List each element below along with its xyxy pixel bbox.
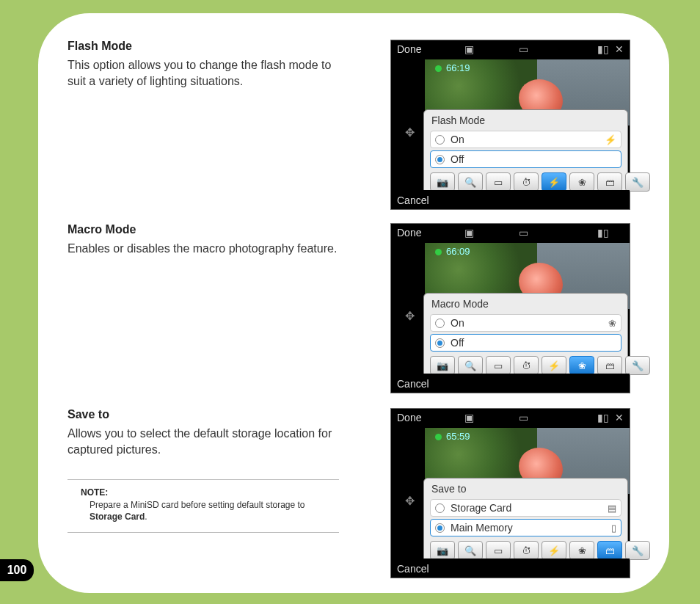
settings-icon[interactable]: 🔧 — [625, 541, 650, 560]
mode-icon: ▭ — [519, 43, 528, 55]
done-softkey[interactable]: Done — [397, 227, 421, 239]
zoom-icon[interactable]: 🔍 — [458, 172, 483, 192]
note-text-suffix: . — [145, 512, 147, 522]
timer-icon[interactable]: ⏱ — [514, 356, 539, 375]
option-label: Main Memory — [451, 522, 513, 534]
mode-icon: ▭ — [519, 227, 528, 239]
radio-icon — [435, 338, 445, 348]
screenshot-flash-mode: Done ▣ ▭ ▮▯ ✕ 66:19 ✥ Flash Mode On⚡Off … — [390, 40, 629, 210]
section-body: This option allows you to change the fla… — [68, 57, 339, 89]
option-label: Off — [451, 337, 464, 349]
note-body: Prepare a MiniSD card before setting def… — [90, 499, 336, 523]
macro-icon[interactable]: ❀ — [569, 541, 594, 560]
settings-panel: Macro Mode On❀Off 📷🔍▭⏱⚡❀🗃🔧 — [423, 293, 628, 379]
option-off[interactable]: Off — [430, 334, 621, 352]
scene-icon[interactable]: ▭ — [486, 541, 511, 560]
section-macro-mode: Macro Mode Enables or disables the macro… — [68, 223, 339, 257]
macro-on-icon: ❀ — [608, 318, 616, 329]
section-heading: Save to — [68, 408, 339, 421]
device-screen: Done ▣ ▭ ▮▯ 66:09 ✥ Macro Mode On❀Off 📷🔍… — [390, 223, 630, 393]
battery-icon: ▮▯ — [597, 227, 609, 239]
section-save-to: Save to Allows you to select the default… — [68, 408, 339, 533]
cancel-softkey[interactable]: Cancel — [397, 378, 429, 390]
radio-icon — [435, 503, 445, 513]
section-body: Enables or disables the macro photograph… — [68, 241, 339, 257]
memory-icon: ▯ — [611, 523, 616, 534]
option-off[interactable]: Off — [430, 150, 621, 168]
top-bar: Done ▣ ▭ ▮▯ — [391, 224, 630, 243]
scene-icon[interactable]: ▭ — [486, 356, 511, 375]
note-heading: NOTE: — [81, 487, 336, 498]
settings-icon[interactable]: 🔧 — [625, 172, 650, 192]
recording-timer: 66:09 — [435, 246, 470, 257]
device-screen: Done ▣ ▭ ▮▯ ✕ 65:59 ✥ Save to Storage Ca… — [390, 408, 630, 578]
section-heading: Macro Mode — [68, 223, 339, 236]
panel-title: Macro Mode — [431, 298, 621, 310]
flash-icon[interactable]: ⚡ — [542, 172, 566, 192]
camera-mode-icon[interactable]: 📷 — [430, 172, 455, 192]
settings-panel: Flash Mode On⚡Off 📷🔍▭⏱⚡❀🗃🔧 — [423, 109, 628, 195]
close-icon[interactable]: ✕ — [615, 412, 624, 423]
panel-title: Save to — [431, 483, 621, 495]
battery-icon: ▮▯ — [597, 412, 609, 423]
flash-icon[interactable]: ⚡ — [542, 541, 566, 560]
settings-toolbar: 📷🔍▭⏱⚡❀🗃🔧 — [430, 172, 621, 192]
camera-icon: ▣ — [464, 43, 474, 55]
timer-icon[interactable]: ⏱ — [514, 541, 539, 560]
recording-timer: 65:59 — [435, 431, 470, 442]
cancel-softkey[interactable]: Cancel — [397, 194, 429, 206]
radio-icon — [435, 135, 445, 145]
dpad-icon: ✥ — [403, 309, 416, 322]
dpad-icon: ✥ — [403, 125, 416, 139]
dpad-icon: ✥ — [403, 494, 416, 507]
option-on[interactable]: On❀ — [430, 314, 621, 332]
record-dot-icon — [435, 434, 442, 440]
panel-title: Flash Mode — [431, 114, 621, 126]
device-screen: Done ▣ ▭ ▮▯ ✕ 66:19 ✥ Flash Mode On⚡Off … — [390, 40, 630, 210]
radio-icon — [435, 523, 445, 533]
section-flash-mode: Flash Mode This option allows you to cha… — [68, 40, 339, 89]
camera-icon: ▣ — [464, 227, 474, 239]
zoom-icon[interactable]: 🔍 — [458, 356, 483, 375]
option-list: On❀Off — [430, 314, 621, 352]
record-dot-icon — [435, 249, 442, 255]
note-box: NOTE: Prepare a MiniSD card before setti… — [68, 479, 339, 532]
done-softkey[interactable]: Done — [397, 412, 421, 423]
battery-icon: ▮▯ — [597, 43, 609, 55]
flash-icon[interactable]: ⚡ — [542, 356, 566, 375]
flash-on-icon: ⚡ — [605, 134, 616, 145]
screenshot-save-to: Done ▣ ▭ ▮▯ ✕ 65:59 ✥ Save to Storage Ca… — [390, 408, 629, 578]
option-on[interactable]: On⚡ — [430, 131, 621, 148]
page-card: Flash Mode This option allows you to cha… — [38, 13, 669, 593]
timer-icon[interactable]: ⏱ — [514, 172, 539, 192]
scene-icon[interactable]: ▭ — [486, 172, 511, 192]
settings-toolbar: 📷🔍▭⏱⚡❀🗃🔧 — [430, 541, 621, 560]
close-icon[interactable]: ✕ — [615, 43, 624, 55]
storage-icon[interactable]: 🗃 — [597, 356, 622, 375]
section-body: Allows you to select the default storage… — [68, 426, 339, 457]
top-bar: Done ▣ ▭ ▮▯ ✕ — [391, 409, 630, 428]
done-softkey[interactable]: Done — [397, 43, 421, 55]
cancel-softkey[interactable]: Cancel — [397, 563, 429, 575]
page-number-badge: 100 — [0, 559, 34, 581]
settings-icon[interactable]: 🔧 — [625, 356, 650, 375]
camera-mode-icon[interactable]: 📷 — [430, 541, 455, 560]
storage-icon[interactable]: 🗃 — [597, 172, 622, 192]
screenshot-macro-mode: Done ▣ ▭ ▮▯ 66:09 ✥ Macro Mode On❀Off 📷🔍… — [390, 223, 629, 393]
option-storage-card[interactable]: Storage Card▤ — [430, 499, 621, 517]
radio-icon — [435, 319, 445, 328]
option-label: On — [451, 134, 464, 145]
option-label: Off — [451, 153, 464, 165]
storage-icon[interactable]: 🗃 — [597, 541, 622, 560]
note-text-prefix: Prepare a MiniSD card before setting def… — [90, 500, 305, 510]
macro-icon[interactable]: ❀ — [569, 356, 594, 375]
camera-mode-icon[interactable]: 📷 — [430, 356, 455, 375]
option-main-memory[interactable]: Main Memory▯ — [430, 519, 621, 536]
section-heading: Flash Mode — [68, 40, 339, 53]
settings-panel: Save to Storage Card▤Main Memory▯ 📷🔍▭⏱⚡❀… — [423, 478, 628, 564]
macro-icon[interactable]: ❀ — [569, 172, 594, 192]
zoom-icon[interactable]: 🔍 — [458, 541, 483, 560]
option-label: On — [451, 317, 464, 329]
bottom-bar: Cancel — [391, 190, 630, 209]
mode-icon: ▭ — [519, 412, 528, 423]
